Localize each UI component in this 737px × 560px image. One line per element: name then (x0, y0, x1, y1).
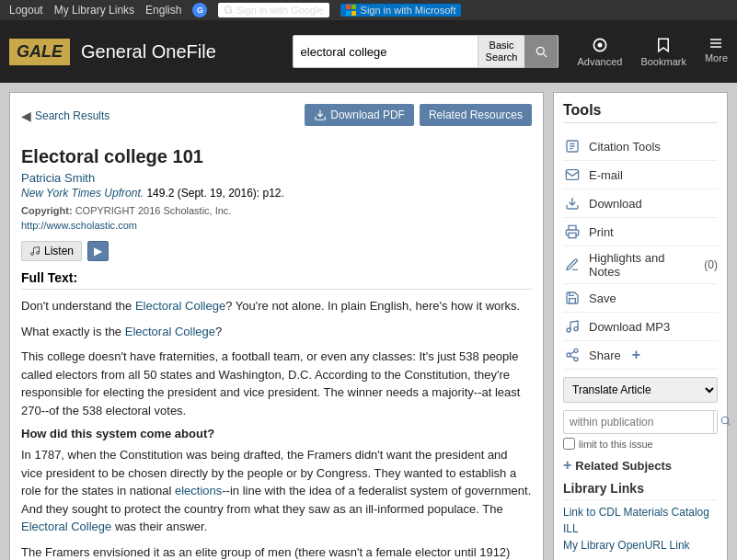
related-subjects-row[interactable]: + Related Subjects (563, 457, 718, 474)
download-pdf-button[interactable]: Download PDF (305, 104, 414, 126)
microsoft-icon (346, 5, 357, 16)
limit-checkbox-row: limit to this issue (563, 438, 718, 450)
within-pub-input[interactable] (564, 412, 713, 432)
svg-point-3 (37, 252, 40, 255)
download-button[interactable]: Download (563, 189, 718, 218)
highlights-count: (0) (704, 258, 718, 271)
header: GALE General OneFile Basic Search Advanc… (0, 20, 737, 83)
search-container: Basic Search (293, 35, 559, 68)
article-title: Electoral college 101 (21, 146, 532, 167)
download-icon (563, 194, 582, 212)
source-name: New York Times Upfront. (21, 187, 144, 200)
search-input[interactable] (294, 45, 478, 59)
content-toolbar: Download PDF Related Resources (305, 104, 532, 126)
library-link-1[interactable]: Link to CDL Materials Catalog (563, 506, 718, 519)
library-link-2[interactable]: ILL (563, 522, 718, 535)
svg-rect-5 (566, 170, 578, 180)
related-resources-button[interactable]: Related Resources (420, 104, 532, 126)
library-link-3[interactable]: My Library OpenURL Link (563, 539, 718, 552)
product-title: General OneFile (81, 41, 293, 63)
svg-point-9 (574, 349, 578, 352)
music-icon (563, 317, 582, 336)
google-icon: G (224, 4, 232, 17)
my-library-links[interactable]: My Library Links (54, 4, 134, 17)
share-plus-icon[interactable]: + (632, 347, 640, 363)
article-copyright: Copyright: COPYRIGHT 2016 Scholastic, In… (21, 205, 532, 216)
article-para-3: This college doesn't have fraternities, … (21, 348, 532, 419)
svg-line-13 (570, 351, 575, 354)
print-button[interactable]: Print (563, 218, 718, 246)
translate-select[interactable]: Translate Article (563, 377, 718, 403)
article-para-4: In 1787, when the Constitution was being… (21, 446, 532, 536)
svg-point-14 (721, 417, 729, 424)
article-source: New York Times Upfront. 149.2 (Sept. 19,… (21, 187, 532, 200)
listen-button[interactable]: Listen (21, 241, 82, 261)
library-links-title: Library Links (563, 481, 718, 500)
language-selector[interactable]: English (145, 4, 181, 17)
citation-icon (563, 137, 582, 155)
elections-link[interactable]: elections (175, 484, 222, 497)
content-area: ◀ Search Results Download PDF Related Re… (9, 92, 544, 560)
advanced-button[interactable]: Advanced (577, 36, 622, 67)
svg-point-10 (567, 353, 570, 357)
print-icon (563, 223, 582, 241)
listen-bar: Listen ▶ (21, 241, 532, 261)
section-heading-1: How did this system come about? (21, 427, 532, 440)
limit-label[interactable]: limit to this issue (579, 439, 653, 450)
breadcrumb-arrow-icon: ◀ (21, 109, 31, 123)
svg-rect-6 (569, 233, 576, 237)
share-button[interactable]: Share + (563, 341, 718, 370)
logout-link[interactable]: Logout (9, 4, 43, 17)
sidebar: Tools Citation Tools E-mail Download (553, 92, 728, 560)
citation-tools-button[interactable]: Citation Tools (563, 132, 718, 161)
search-type-button[interactable]: Basic Search (478, 36, 525, 67)
main-layout: ◀ Search Results Download PDF Related Re… (0, 83, 737, 560)
svg-point-11 (574, 358, 578, 361)
svg-point-8 (574, 327, 578, 331)
within-pub-search-button[interactable] (713, 411, 737, 433)
highlights-icon (563, 256, 582, 274)
svg-line-12 (570, 356, 575, 359)
share-icon (563, 346, 582, 364)
electoral-college-link-2[interactable]: Electoral College (125, 325, 215, 338)
breadcrumb-link[interactable]: Search Results (35, 109, 109, 122)
more-button[interactable]: More (705, 36, 728, 67)
article-author[interactable]: Patricia Smith (21, 171, 532, 185)
email-icon (563, 166, 582, 184)
svg-point-2 (31, 253, 34, 256)
breadcrumb: ◀ Search Results (21, 109, 109, 123)
expand-icon: + (563, 457, 571, 474)
sign-in-google-button[interactable]: G Sign in with Google (218, 3, 328, 17)
limit-checkbox[interactable] (563, 438, 575, 450)
article-para-1: Don't understand the Electoral College? … (21, 297, 532, 315)
within-pub-container (563, 410, 718, 434)
download-mp3-button[interactable]: Download MP3 (563, 313, 718, 341)
save-icon (563, 289, 582, 307)
article-para-2: What exactly is the Electoral College? (21, 323, 532, 341)
svg-point-7 (567, 328, 570, 332)
highlights-notes-button[interactable]: Highlights and Notes (0) (563, 246, 718, 284)
full-text-label: Full Text: (21, 270, 532, 290)
electoral-college-link-1[interactable]: Electoral College (135, 299, 225, 313)
electoral-college-link-3[interactable]: Electoral College (21, 520, 111, 533)
email-button[interactable]: E-mail (563, 161, 718, 189)
search-submit-button[interactable] (524, 35, 558, 68)
gale-logo: GALE (9, 39, 70, 65)
save-button[interactable]: Save (563, 284, 718, 313)
header-icons: Advanced Bookmark More (577, 36, 728, 67)
gaccount-icon: G (192, 3, 207, 17)
article-url[interactable]: http://www.scholastic.com (21, 220, 137, 231)
svg-point-1 (597, 43, 602, 48)
top-bar: Logout My Library Links English G G Sign… (0, 0, 737, 20)
play-button[interactable]: ▶ (87, 241, 109, 261)
article-para-5: The Framers envisioned it as an elite gr… (21, 543, 532, 561)
bookmark-button[interactable]: Bookmark (640, 36, 686, 67)
sign-in-microsoft-button[interactable]: Sign in with Microsoft (340, 4, 462, 17)
sidebar-tools-title: Tools (563, 102, 718, 123)
svg-line-15 (728, 423, 730, 425)
